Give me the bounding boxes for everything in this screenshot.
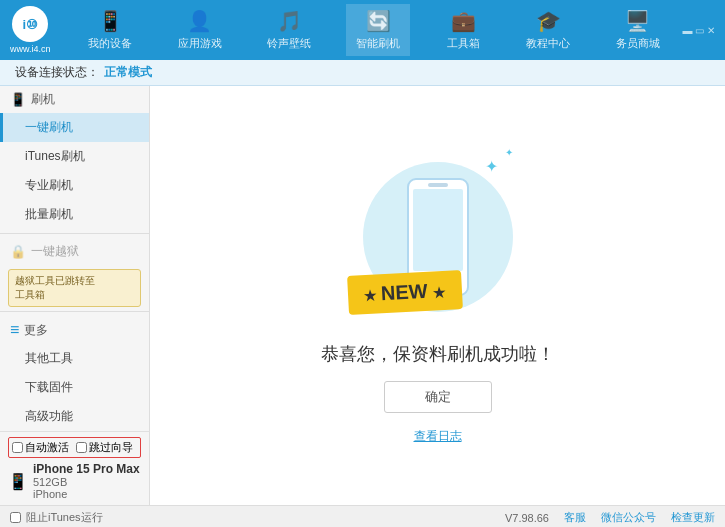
status-bar: 设备连接状态： 正常模式 xyxy=(0,60,725,86)
new-badge: NEW xyxy=(347,270,463,315)
svg-rect-1 xyxy=(413,189,463,271)
nav-business[interactable]: 🖥️ 务员商城 xyxy=(606,4,670,56)
sidebar-item-other-tools[interactable]: 其他工具 xyxy=(0,344,149,373)
sidebar-item-download-firmware[interactable]: 下载固件 xyxy=(0,373,149,402)
device-details: iPhone 15 Pro Max 512GB iPhone xyxy=(33,462,140,500)
nav-tutorial-label: 教程中心 xyxy=(526,36,570,51)
business-icon: 🖥️ xyxy=(625,9,650,33)
sidebar-section-jailbreak-header: 🔒 一键越狱 xyxy=(0,238,149,265)
check-update-link[interactable]: 检查更新 xyxy=(671,510,715,525)
main-content: ✦ ✦ NEW 恭喜您，保资料刷机成功啦！ 确定 查看日志 xyxy=(150,86,725,505)
app-logo: i⑩ www.i4.cn xyxy=(10,6,51,54)
jailbreak-section-icon: 🔒 xyxy=(10,244,26,259)
version-label: V7.98.66 xyxy=(505,512,549,524)
sidebar-item-one-key-flash[interactable]: 一键刷机 xyxy=(0,113,149,142)
sparkle-top-right: ✦ xyxy=(505,147,513,158)
status-prefix: 设备连接状态： xyxy=(15,64,99,81)
tutorial-icon: 🎓 xyxy=(536,9,561,33)
logo-url: www.i4.cn xyxy=(10,44,51,54)
device-name: iPhone 15 Pro Max xyxy=(33,462,140,476)
guide-activate-checkbox[interactable] xyxy=(76,442,87,453)
success-message: 恭喜您，保资料刷机成功啦！ xyxy=(321,342,555,366)
success-illustration: ✦ ✦ NEW 恭喜您，保资料刷机成功啦！ 确定 查看日志 xyxy=(321,147,555,445)
guide-activate-checkbox-item[interactable]: 跳过向导 xyxy=(76,440,133,455)
sidebar-scroll: 📱 刷机 一键刷机 iTunes刷机 专业刷机 批量刷机 xyxy=(0,86,150,431)
auto-activate-checkbox[interactable] xyxy=(12,442,23,453)
sidebar-item-advanced[interactable]: 高级功能 xyxy=(0,402,149,431)
status-value: 正常模式 xyxy=(104,64,152,81)
footer-right: V7.98.66 客服 微信公众号 检查更新 xyxy=(505,510,715,525)
guide-activate-label: 跳过向导 xyxy=(89,440,133,455)
footer-left: 阻止iTunes运行 xyxy=(10,510,103,525)
confirm-button[interactable]: 确定 xyxy=(384,381,492,413)
customer-service-link[interactable]: 客服 xyxy=(564,510,586,525)
apps-icon: 👤 xyxy=(187,9,212,33)
wechat-link[interactable]: 微信公众号 xyxy=(601,510,656,525)
sidebar-item-batch-flash[interactable]: 批量刷机 xyxy=(0,200,149,229)
sparkle-top-left: ✦ xyxy=(485,157,498,176)
jailbreak-notice: 越狱工具已跳转至工具箱 xyxy=(8,269,141,307)
sidebar-section-jailbreak: 🔒 一键越狱 越狱工具已跳转至工具箱 xyxy=(0,238,149,307)
nav-toolbox-label: 工具箱 xyxy=(447,36,480,51)
logo-icon: i⑩ xyxy=(12,6,48,42)
nav-ringtone-label: 铃声壁纸 xyxy=(267,36,311,51)
nav-toolbox[interactable]: 💼 工具箱 xyxy=(436,4,491,56)
sidebar-section-more: ≡ 更多 其他工具 下载固件 高级功能 xyxy=(0,316,149,431)
toolbox-icon: 💼 xyxy=(451,9,476,33)
sidebar-device-panel: 自动激活 跳过向导 📱 iPhone 15 Pro Max 512GB iPho… xyxy=(0,431,150,505)
ringtone-icon: 🎵 xyxy=(277,9,302,33)
my-device-icon: 📱 xyxy=(98,9,123,33)
nav-apps[interactable]: 👤 应用游戏 xyxy=(168,4,232,56)
nav-smart-flash-label: 智能刷机 xyxy=(356,36,400,51)
sidebar-section-flash-label: 刷机 xyxy=(31,91,55,108)
flash-section-icon: 📱 xyxy=(10,92,26,107)
nav-bar: 📱 我的设备 👤 应用游戏 🎵 铃声壁纸 🔄 智能刷机 💼 工具箱 🎓 教程中心… xyxy=(66,4,683,56)
smart-flash-icon: 🔄 xyxy=(366,9,391,33)
sidebar-item-itunes-flash[interactable]: iTunes刷机 xyxy=(0,142,149,171)
sidebar: 📱 刷机 一键刷机 iTunes刷机 专业刷机 批量刷机 xyxy=(0,86,150,505)
sidebar-section-jailbreak-label: 一键越狱 xyxy=(31,243,79,260)
new-badge-text: NEW xyxy=(380,279,428,303)
log-link[interactable]: 查看日志 xyxy=(414,428,462,445)
nav-business-label: 务员商城 xyxy=(616,36,660,51)
sidebar-item-pro-flash[interactable]: 专业刷机 xyxy=(0,171,149,200)
svg-rect-3 xyxy=(428,183,448,187)
sidebar-section-flash: 📱 刷机 一键刷机 iTunes刷机 专业刷机 批量刷机 xyxy=(0,86,149,229)
header-actions: ▬ ▭ ✕ xyxy=(682,25,715,36)
sidebar-section-more-label: 更多 xyxy=(24,322,48,339)
sidebar-divider-1 xyxy=(0,233,149,234)
device-type: iPhone xyxy=(33,488,140,500)
more-section-icon: ≡ xyxy=(10,321,19,339)
app-footer: 阻止iTunes运行 V7.98.66 客服 微信公众号 检查更新 xyxy=(0,505,725,527)
nav-tutorial[interactable]: 🎓 教程中心 xyxy=(516,4,580,56)
itunes-block-label: 阻止iTunes运行 xyxy=(26,510,103,525)
sidebar-section-flash-header[interactable]: 📱 刷机 xyxy=(0,86,149,113)
auto-activate-label: 自动激活 xyxy=(25,440,69,455)
logo-symbol: i⑩ xyxy=(22,17,38,32)
device-storage: 512GB xyxy=(33,476,140,488)
nav-my-device-label: 我的设备 xyxy=(88,36,132,51)
nav-apps-label: 应用游戏 xyxy=(178,36,222,51)
app-header: i⑩ www.i4.cn 📱 我的设备 👤 应用游戏 🎵 铃声壁纸 🔄 智能刷机… xyxy=(0,0,725,60)
itunes-block-checkbox[interactable] xyxy=(10,512,21,523)
device-info: 📱 iPhone 15 Pro Max 512GB iPhone xyxy=(8,462,141,500)
nav-my-device[interactable]: 📱 我的设备 xyxy=(78,4,142,56)
sidebar-section-more-header[interactable]: ≡ 更多 xyxy=(0,316,149,344)
nav-smart-flash[interactable]: 🔄 智能刷机 xyxy=(346,4,410,56)
device-phone-icon: 📱 xyxy=(8,472,28,491)
nav-ringtone[interactable]: 🎵 铃声壁纸 xyxy=(257,4,321,56)
sidebar-divider-2 xyxy=(0,311,149,312)
phone-illustration: ✦ ✦ NEW xyxy=(358,147,518,327)
checkbox-row: 自动激活 跳过向导 xyxy=(8,437,141,458)
auto-activate-checkbox-item[interactable]: 自动激活 xyxy=(12,440,69,455)
